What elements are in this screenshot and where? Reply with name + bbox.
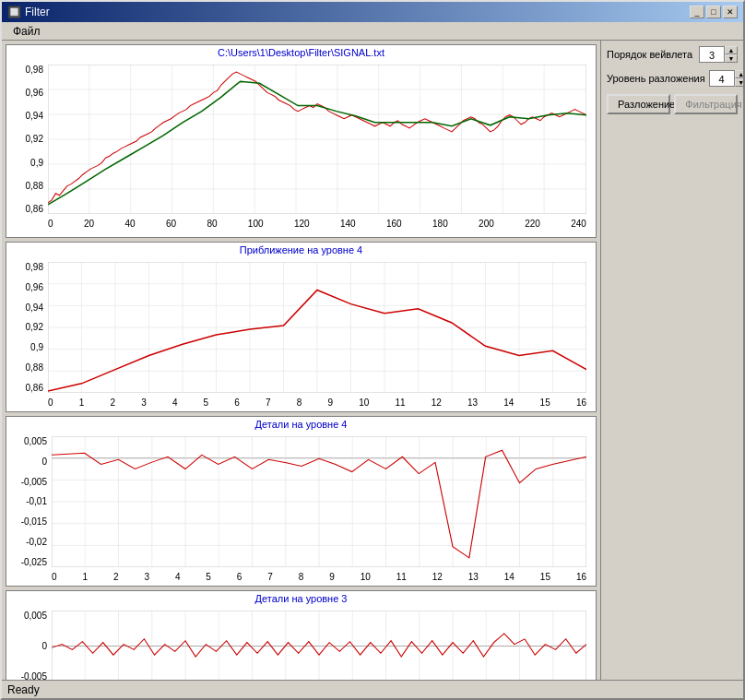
chart3-y-axis: 0,005 0 -0,005 -0,01 -0,015 -0,02 -0,025 bbox=[11, 436, 50, 567]
action-buttons: Разложение Фильтрация bbox=[607, 94, 738, 114]
chart2-svg bbox=[48, 262, 586, 393]
close-button[interactable]: ✕ bbox=[723, 6, 738, 18]
wavelet-order-down[interactable]: ▼ bbox=[725, 54, 738, 63]
wavelet-order-spinner: 3 ▲ ▼ bbox=[699, 46, 738, 63]
main-content: C:\Users\1\Desktop\Filter\SIGNAL.txt 0,9… bbox=[2, 41, 743, 680]
chart2-title: Приближение на уровне 4 bbox=[6, 243, 596, 255]
decomp-level-value[interactable]: 4 bbox=[709, 70, 735, 87]
chart1-title: C:\Users\1\Desktop\Filter\SIGNAL.txt bbox=[6, 45, 596, 58]
decomp-level-down[interactable]: ▼ bbox=[735, 78, 743, 87]
decomp-level-up[interactable]: ▲ bbox=[735, 70, 743, 78]
maximize-button[interactable]: □ bbox=[706, 6, 721, 18]
chart3-svg bbox=[52, 436, 586, 567]
chart1-y-axis: 0,98 0,96 0,94 0,92 0,9 0,88 0,86 bbox=[11, 65, 46, 214]
wavelet-order-label: Порядок вейвлета bbox=[607, 49, 692, 60]
chart-approx4: Приближение на уровне 4 0,98 0,96 0,94 0… bbox=[6, 242, 597, 412]
chart1-x-axis: 0 20 40 60 80 100 120 140 160 180 200 22… bbox=[48, 219, 586, 229]
decomp-level-spinner: 4 ▲ ▼ bbox=[709, 70, 743, 87]
chart-detail3: Детали на уровне 3 0,005 0 -0,005 bbox=[6, 590, 597, 680]
title-bar: 🔲 Filter _ □ ✕ bbox=[2, 2, 743, 22]
chart-detail4: Детали на уровне 4 0,005 0 -0,005 -0,01 … bbox=[6, 416, 597, 587]
window-title: Filter bbox=[25, 6, 50, 18]
window-icon: 🔲 bbox=[7, 6, 21, 18]
wavelet-order-row: Порядок вейвлета 3 ▲ ▼ bbox=[607, 46, 738, 63]
status-text: Ready bbox=[7, 683, 40, 696]
minimize-button[interactable]: _ bbox=[690, 6, 704, 18]
chart4-y-axis: 0,005 0 -0,005 bbox=[11, 611, 50, 680]
chart-signal: C:\Users\1\Desktop\Filter\SIGNAL.txt 0,9… bbox=[6, 44, 597, 238]
chart4-svg bbox=[52, 611, 586, 680]
menu-bar: Файл bbox=[2, 22, 743, 41]
decomp-level-label: Уровень разложения bbox=[607, 73, 705, 84]
decomp-level-row: Уровень разложения 4 ▲ ▼ bbox=[607, 70, 738, 87]
controls-panel: Порядок вейвлета 3 ▲ ▼ Уровень разложени… bbox=[600, 41, 743, 680]
chart3-x-axis: 0 1 2 3 4 5 6 7 8 9 10 11 12 13 bbox=[52, 572, 586, 582]
main-window: 🔲 Filter _ □ ✕ Файл C:\Users\1\Desktop\F… bbox=[0, 0, 745, 700]
charts-panel: C:\Users\1\Desktop\Filter\SIGNAL.txt 0,9… bbox=[2, 41, 600, 680]
filter-button[interactable]: Фильтрация bbox=[674, 94, 738, 114]
menu-file[interactable]: Файл bbox=[6, 24, 48, 39]
chart3-title: Детали на уровне 4 bbox=[6, 417, 596, 430]
chart4-title: Детали на уровне 3 bbox=[6, 591, 596, 604]
chart2-x-axis: 0 1 2 3 4 5 6 7 8 9 10 11 12 13 bbox=[48, 397, 586, 408]
chart2-y-axis: 0,98 0,96 0,94 0,92 0,9 0,88 0,86 bbox=[11, 262, 46, 393]
wavelet-order-value[interactable]: 3 bbox=[699, 46, 725, 63]
chart1-svg bbox=[48, 65, 586, 214]
wavelet-order-up[interactable]: ▲ bbox=[725, 46, 738, 54]
decompose-button[interactable]: Разложение bbox=[607, 94, 670, 114]
status-bar: Ready bbox=[2, 680, 743, 698]
